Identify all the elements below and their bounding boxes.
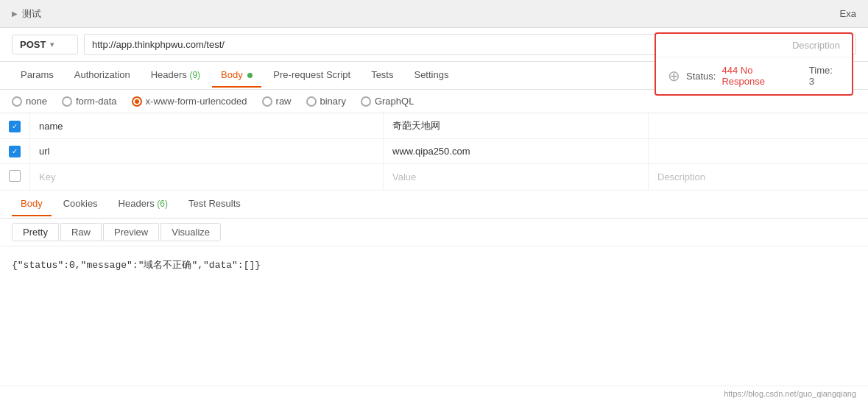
tab-pre-request-script[interactable]: Pre-request Script xyxy=(264,63,359,88)
tab-settings[interactable]: Settings xyxy=(405,63,457,88)
params-table-wrapper: name 奇葩天地网 url www.qipa25 xyxy=(0,113,868,191)
globe-icon: ⊕ xyxy=(668,67,680,85)
resp-tab-headers[interactable]: Headers (6) xyxy=(110,192,177,216)
arrow-right-icon: ▶ xyxy=(12,10,18,18)
row1-key[interactable]: name xyxy=(30,113,384,139)
tab-authorization[interactable]: Authorization xyxy=(66,63,139,88)
body-active-dot xyxy=(247,73,253,78)
row3-checkbox[interactable] xyxy=(9,170,21,182)
radio-form-data[interactable]: form-data xyxy=(62,96,117,107)
row2-value[interactable]: www.qipa250.com xyxy=(384,139,649,164)
view-tab-pretty[interactable]: Pretty xyxy=(12,223,59,241)
status-overlay-body: ⊕ Status: 444 No Response Time: 3 xyxy=(656,57,852,94)
radio-urlencoded-circle xyxy=(132,96,142,107)
top-bar-right: Exa xyxy=(840,8,856,19)
view-tab-visualize[interactable]: Visualize xyxy=(160,223,221,241)
view-tab-preview[interactable]: Preview xyxy=(103,223,159,241)
footer-link[interactable]: https://blog.csdn.net/guo_qiangqiang xyxy=(724,389,856,398)
row1-checkbox[interactable] xyxy=(9,121,21,132)
row1-value[interactable]: 奇葩天地网 xyxy=(384,113,649,139)
table-row: url www.qipa250.com xyxy=(0,139,868,164)
response-body-text: {"status":0,"message":"域名不正确","data":[]} xyxy=(12,260,261,271)
radio-raw[interactable]: raw xyxy=(262,96,292,107)
radio-none-circle xyxy=(12,96,22,107)
tab-params[interactable]: Params xyxy=(12,63,63,88)
row2-desc[interactable] xyxy=(649,139,869,164)
table-row: name 奇葩天地网 xyxy=(0,113,868,139)
status-overlay: Description ⊕ Status: 444 No Response Ti… xyxy=(654,32,853,96)
page-title: 测试 xyxy=(22,7,41,21)
row2-key[interactable]: url xyxy=(30,139,384,164)
row3-value[interactable]: Value xyxy=(384,164,649,191)
response-section: Body Cookies Headers (6) Test Results Pr… xyxy=(0,191,868,386)
row2-check-cell xyxy=(0,139,30,164)
view-tab-raw[interactable]: Raw xyxy=(60,223,102,241)
tab-body[interactable]: Body xyxy=(212,63,261,88)
resp-tab-body[interactable]: Body xyxy=(12,192,52,216)
radio-graphql-circle xyxy=(361,96,371,107)
footer-bar: https://blog.csdn.net/guo_qiangqiang xyxy=(0,386,868,401)
top-bar-left: ▶ 测试 xyxy=(12,7,41,21)
method-select[interactable]: POST ▾ xyxy=(12,35,78,54)
response-tabs-row: Body Cookies Headers (6) Test Results xyxy=(0,191,868,219)
row1-check-cell xyxy=(0,113,30,139)
description-header: Description xyxy=(656,34,852,57)
row2-checkbox[interactable] xyxy=(9,146,21,157)
row3-key[interactable]: Key xyxy=(30,164,384,191)
resp-tab-cookies[interactable]: Cookies xyxy=(54,192,107,216)
radio-binary[interactable]: binary xyxy=(306,96,346,107)
radio-none[interactable]: none xyxy=(12,96,47,107)
method-label: POST xyxy=(20,39,46,50)
radio-binary-circle xyxy=(306,96,317,107)
radio-form-data-circle xyxy=(62,96,72,107)
radio-x-www-form-urlencoded[interactable]: x-www-form-urlencoded xyxy=(132,96,247,107)
chevron-down-icon: ▾ xyxy=(50,40,54,49)
tab-headers[interactable]: Headers (9) xyxy=(142,63,209,88)
params-table: name 奇葩天地网 url www.qipa25 xyxy=(0,113,868,191)
response-body: {"status":0,"message":"域名不正确","data":[]} xyxy=(0,246,868,386)
resp-tab-test-results[interactable]: Test Results xyxy=(180,192,250,216)
top-bar: ▶ 测试 Exa xyxy=(0,0,868,28)
view-tabs-row: Pretty Raw Preview Visualize xyxy=(0,219,868,246)
radio-graphql[interactable]: GraphQL xyxy=(361,96,414,107)
row1-desc[interactable] xyxy=(649,113,869,139)
radio-raw-circle xyxy=(262,96,272,107)
row3-desc[interactable]: Description xyxy=(649,164,869,191)
app-container: ▶ 测试 Exa POST ▾ Params Authorization Hea… xyxy=(0,0,868,401)
row3-check-cell xyxy=(0,164,30,191)
top-bar-right-label: Exa xyxy=(840,8,856,19)
table-row: Key Value Description xyxy=(0,164,868,191)
tab-tests[interactable]: Tests xyxy=(362,63,402,88)
